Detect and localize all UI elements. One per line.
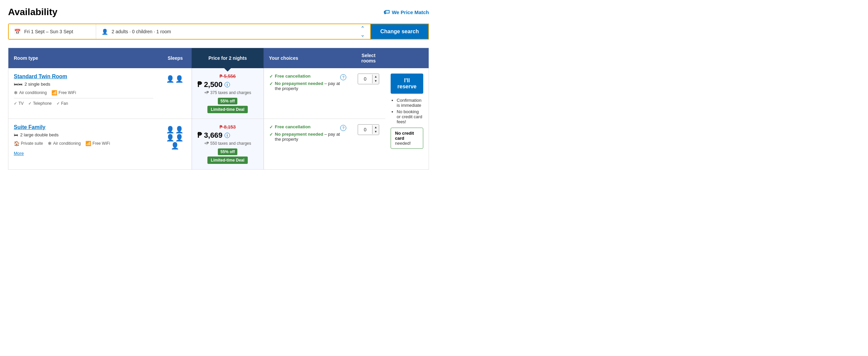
stepper-icon[interactable]: ⌃⌄: [361, 25, 365, 38]
room-name-standard-twin[interactable]: Standard Twin Room: [14, 74, 153, 80]
search-dates[interactable]: 📅 Fri 1 Sept – Sun 3 Sept: [9, 24, 96, 39]
search-guests[interactable]: 👤 2 adults · 0 children · 1 room ⌃⌄: [96, 24, 370, 39]
extra-fan: ✓ Fan: [57, 101, 68, 106]
col-header-select: Select rooms: [352, 48, 385, 69]
divider: [14, 98, 153, 98]
amenity-wifi: 📶 Free WiFi: [52, 90, 76, 95]
deal-badge-suite: Limited-time Deal: [208, 156, 248, 164]
bed-icon: 🛏🛏: [14, 82, 23, 87]
deal-badge-standard: Limited-time Deal: [208, 106, 248, 113]
choice-no-prepayment-suite: ✓ No prepayment needed – pay at the prop…: [269, 132, 341, 142]
availability-table: Room type Sleeps Price for 2 nights Your…: [8, 48, 429, 170]
help-icon-standard[interactable]: ?: [340, 74, 346, 80]
search-guests-text: 2 adults · 0 children · 1 room: [112, 29, 357, 34]
spinner-down-suite[interactable]: ▼: [372, 130, 379, 134]
spinner-value-suite: 0: [358, 127, 372, 132]
page-header: Availability 🏷 We Price Match: [8, 7, 429, 17]
col-header-sleeps: Sleeps: [159, 48, 192, 69]
bed-icon-suite: 🛏: [14, 132, 18, 137]
spinner-value-standard: 0: [358, 76, 372, 82]
benefit-item-2: No booking or credit card fees!: [397, 109, 423, 124]
choices-cell-standard: ✓ Free cancellation ✓ No prepayment need…: [264, 68, 352, 119]
orig-price-suite: ₱ 8,153: [197, 124, 258, 130]
more-link-suite[interactable]: More: [14, 151, 24, 156]
search-dates-text: Fri 1 Sept – Sun 3 Sept: [24, 29, 73, 34]
sleeps-cell-suite: 👤👤👤👤👤: [159, 119, 192, 170]
bed-info-standard: 🛏🛏 2 single beds: [14, 82, 153, 87]
amenity-ac-suite: ❄ Air conditioning: [48, 141, 81, 146]
price-cell-standard: ₱ 5,556 ₱ 2,500 i +₱ 375 taxes and charg…: [192, 68, 264, 119]
sleeps-cell-standard: 👤👤: [159, 68, 192, 119]
choices-row-suite: ✓ Free cancellation ✓ No prepayment need…: [269, 124, 347, 144]
sleeps-icons-standard: 👤👤: [164, 74, 186, 83]
room-type-cell-suite: Suite Family 🛏 2 large double beds 🏠 Pri…: [8, 119, 159, 170]
price-cell-suite: ₱ 8,153 ₱ 3,669 i +₱ 550 taxes and charg…: [192, 119, 264, 170]
calendar-icon: 📅: [14, 29, 21, 35]
col-header-room-type: Room type: [8, 48, 159, 69]
amenity-private-suite: 🏠 Private suite: [14, 141, 43, 146]
action-cell: I'll reserve Confirmation is immediate N…: [385, 68, 429, 170]
table-row: Standard Twin Room 🛏🛏 2 single beds ❄ Ai…: [8, 68, 429, 119]
no-credit-card-box: No credit card needed!: [391, 128, 423, 149]
snowflake-icon: ❄: [14, 90, 18, 95]
room-name-suite[interactable]: Suite Family: [14, 124, 153, 130]
table-row: Suite Family 🛏 2 large double beds 🏠 Pri…: [8, 119, 429, 170]
price-match-link[interactable]: 🏷 We Price Match: [383, 9, 429, 16]
orig-price-standard: ₱ 5,556: [197, 74, 258, 79]
choice-free-cancel-standard: ✓ Free cancellation: [269, 74, 341, 79]
no-cc-text: needed!: [395, 141, 411, 146]
benefit-list: Confirmation is immediate No booking or …: [391, 98, 423, 124]
amenity-ac: ❄ Air conditioning: [14, 90, 47, 95]
choices-cell-suite: ✓ Free cancellation ✓ No prepayment need…: [264, 119, 352, 170]
extras-standard: ✓ TV ✓ Telephone ✓ Fan: [14, 101, 153, 106]
taxes-suite: +₱ 550 taxes and charges: [197, 141, 258, 146]
benefit-item-1: Confirmation is immediate: [397, 98, 423, 108]
price-match-label: We Price Match: [392, 9, 429, 15]
person-icon: 👤: [101, 29, 108, 35]
spinner-box-standard[interactable]: 0 ▲ ▼: [358, 74, 379, 84]
spinner-box-suite[interactable]: 0 ▲ ▼: [358, 124, 379, 135]
room-type-cell: Standard Twin Room 🛏🛏 2 single beds ❄ Ai…: [8, 68, 159, 119]
price-info-icon-standard[interactable]: i: [224, 82, 230, 87]
search-bar: 📅 Fri 1 Sept – Sun 3 Sept 👤 2 adults · 0…: [8, 24, 429, 40]
change-search-button[interactable]: Change search: [370, 24, 429, 40]
select-spinner-suite: 0 ▲ ▼: [357, 124, 380, 135]
price-info-icon-suite[interactable]: i: [224, 133, 230, 138]
amenities-suite: 🏠 Private suite ❄ Air conditioning 📶 Fre…: [14, 141, 153, 146]
col-header-action: [385, 48, 429, 69]
page-title: Availability: [8, 7, 58, 17]
col-header-choices: Your choices: [264, 48, 352, 69]
extra-telephone: ✓ Telephone: [28, 101, 52, 106]
taxes-standard: +₱ 375 taxes and charges: [197, 90, 258, 95]
select-cell-standard: 0 ▲ ▼: [352, 68, 385, 119]
suite-icon: 🏠: [14, 141, 20, 146]
sleeps-icons-suite: 👤👤👤👤👤: [164, 124, 186, 150]
col-header-price: Price for 2 nights: [192, 48, 264, 69]
reserve-button[interactable]: I'll reserve: [391, 74, 423, 94]
amenities-standard: ❄ Air conditioning 📶 Free WiFi: [14, 90, 153, 95]
tag-icon: 🏷: [383, 9, 390, 16]
select-cell-suite: 0 ▲ ▼: [352, 119, 385, 170]
current-price-standard: ₱ 2,500 i: [197, 80, 258, 89]
extra-tv: ✓ TV: [14, 101, 24, 106]
current-price-suite: ₱ 3,669 i: [197, 131, 258, 140]
amenity-wifi-suite: 📶 Free WiFi: [85, 141, 110, 146]
choice-no-prepayment-standard: ✓ No prepayment needed – pay at the prop…: [269, 81, 341, 91]
bed-info-suite: 🛏 2 large double beds: [14, 132, 153, 137]
help-icon-suite[interactable]: ?: [340, 125, 346, 131]
spinner-up-suite[interactable]: ▲: [372, 125, 379, 130]
discount-badge-suite: 55% off: [218, 148, 238, 155]
wifi-icon-suite: 📶: [85, 141, 91, 146]
select-spinner-standard: 0 ▲ ▼: [357, 74, 380, 84]
wifi-icon: 📶: [52, 90, 57, 95]
no-cc-bold: No credit card: [395, 131, 414, 141]
choices-row: ✓ Free cancellation ✓ No prepayment need…: [269, 74, 347, 93]
snowflake-icon-suite: ❄: [48, 141, 52, 146]
spinner-down-standard[interactable]: ▼: [372, 79, 379, 83]
discount-badge-standard: 55% off: [218, 98, 238, 104]
spinner-up-standard[interactable]: ▲: [372, 75, 379, 79]
choice-free-cancel-suite: ✓ Free cancellation: [269, 124, 341, 130]
